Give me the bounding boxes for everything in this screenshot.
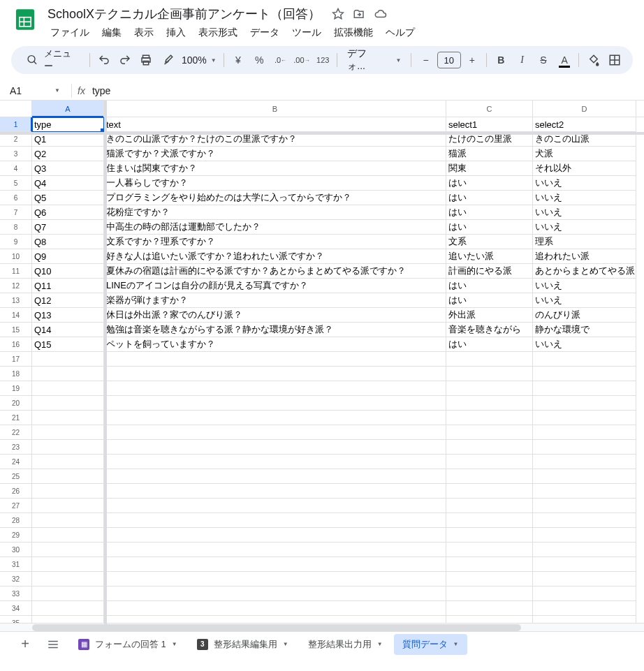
cell[interactable] xyxy=(32,587,104,601)
row-header[interactable]: 7 xyxy=(0,205,32,220)
cell[interactable]: Q13 xyxy=(32,308,104,323)
cell[interactable] xyxy=(533,469,636,484)
cell[interactable]: いいえ xyxy=(533,220,636,235)
document-title[interactable]: SchoolXテクニカル企画事前アンケート（回答） xyxy=(45,4,323,24)
cell[interactable] xyxy=(32,425,104,440)
cell[interactable] xyxy=(32,484,104,499)
print-button[interactable] xyxy=(136,50,156,71)
cell[interactable] xyxy=(446,543,533,557)
cell[interactable] xyxy=(446,455,533,469)
cell[interactable]: 理系 xyxy=(533,235,636,249)
cell[interactable] xyxy=(104,557,446,572)
cell[interactable] xyxy=(533,425,636,440)
cell[interactable]: 文系ですか？理系ですか？ xyxy=(104,235,446,249)
bold-button[interactable]: B xyxy=(491,50,511,71)
cell[interactable] xyxy=(533,455,636,469)
cell[interactable]: あとからまとめてやる派 xyxy=(533,264,636,279)
cell[interactable] xyxy=(104,587,446,601)
cell[interactable]: いいえ xyxy=(533,176,636,191)
cell[interactable] xyxy=(446,484,533,499)
cell[interactable]: いいえ xyxy=(533,191,636,205)
cell[interactable] xyxy=(104,352,446,367)
sheet-tab-3[interactable]: 質問データ▼ xyxy=(394,634,467,655)
cell[interactable]: Q14 xyxy=(32,323,104,337)
cell[interactable] xyxy=(446,440,533,455)
cloud-icon[interactable] xyxy=(374,8,388,20)
column-header-C[interactable]: C xyxy=(446,101,533,117)
cell[interactable]: 犬派 xyxy=(533,147,636,161)
row-header[interactable]: 27 xyxy=(0,499,32,513)
menu-search[interactable]: メニュー xyxy=(20,50,85,70)
cell[interactable]: 追われたい派 xyxy=(533,249,636,264)
cell[interactable] xyxy=(104,381,446,396)
decrease-font-button[interactable]: − xyxy=(416,50,435,71)
row-header[interactable]: 26 xyxy=(0,484,32,499)
cell[interactable] xyxy=(533,587,636,601)
cell[interactable]: 猫派ですか？犬派ですか？ xyxy=(104,147,446,161)
cell[interactable]: はい xyxy=(446,176,533,191)
cell[interactable]: 文系 xyxy=(446,235,533,249)
chevron-down-icon[interactable]: ▼ xyxy=(172,641,177,647)
cell[interactable] xyxy=(104,601,446,616)
freeze-bar-vertical[interactable] xyxy=(104,101,107,631)
currency-button[interactable]: ¥ xyxy=(228,50,248,71)
cell[interactable]: それ以外 xyxy=(533,161,636,176)
cell[interactable] xyxy=(533,557,636,572)
cell[interactable]: select2 xyxy=(533,117,636,132)
row-header[interactable]: 17 xyxy=(0,352,32,367)
cell[interactable] xyxy=(104,455,446,469)
move-icon[interactable] xyxy=(353,8,365,20)
cell[interactable]: Q12 xyxy=(32,293,104,308)
cell[interactable] xyxy=(446,572,533,587)
cell[interactable] xyxy=(32,499,104,513)
menu-3[interactable]: 挿入 xyxy=(161,24,191,42)
menu-7[interactable]: 拡張機能 xyxy=(328,24,379,42)
cell[interactable] xyxy=(533,484,636,499)
cell[interactable]: のんびり派 xyxy=(533,308,636,323)
italic-button[interactable]: I xyxy=(512,50,532,71)
cell[interactable]: 住まいは関東ですか？ xyxy=(104,161,446,176)
grid-body[interactable]: 1typetextselect1select22Q1きのこの山派ですか？たけのこ… xyxy=(0,117,644,623)
cell[interactable]: ペットを飼っていますか？ xyxy=(104,337,446,352)
cell[interactable] xyxy=(104,425,446,440)
cell[interactable] xyxy=(533,528,636,543)
cell[interactable]: Q6 xyxy=(32,205,104,220)
decrease-decimal-button[interactable]: .0← xyxy=(270,50,290,71)
cell[interactable] xyxy=(533,367,636,381)
paint-format-button[interactable] xyxy=(158,50,177,71)
cell[interactable] xyxy=(32,601,104,616)
redo-button[interactable] xyxy=(115,50,135,71)
horizontal-scrollbar[interactable] xyxy=(0,623,644,631)
cell[interactable]: select1 xyxy=(446,117,533,132)
cell[interactable]: 休日は外出派？家でのんびり派？ xyxy=(104,308,446,323)
menu-6[interactable]: ツール xyxy=(286,24,327,42)
cell[interactable] xyxy=(32,396,104,411)
cell[interactable] xyxy=(533,499,636,513)
cell[interactable] xyxy=(446,381,533,396)
cell[interactable] xyxy=(32,528,104,543)
cell[interactable] xyxy=(32,352,104,367)
menu-0[interactable]: ファイル xyxy=(45,24,95,42)
row-header[interactable]: 5 xyxy=(0,176,32,191)
cell[interactable]: type xyxy=(32,117,104,132)
cell[interactable]: Q5 xyxy=(32,191,104,205)
cell[interactable]: Q3 xyxy=(32,161,104,176)
row-header[interactable]: 18 xyxy=(0,367,32,381)
cell[interactable]: Q2 xyxy=(32,147,104,161)
column-header-B[interactable]: B xyxy=(104,101,446,117)
cell[interactable] xyxy=(446,557,533,572)
cell[interactable] xyxy=(446,352,533,367)
cell[interactable]: 追いたい派 xyxy=(446,249,533,264)
cell[interactable] xyxy=(533,601,636,616)
menu-5[interactable]: データ xyxy=(244,24,285,42)
cell[interactable]: Q10 xyxy=(32,264,104,279)
cell[interactable]: はい xyxy=(446,293,533,308)
cell[interactable]: Q9 xyxy=(32,249,104,264)
cell[interactable] xyxy=(32,455,104,469)
cell[interactable] xyxy=(533,381,636,396)
row-header[interactable]: 10 xyxy=(0,249,32,264)
sheet-tab-2[interactable]: 整形結果出力用▼ xyxy=(300,634,391,655)
cell[interactable] xyxy=(104,484,446,499)
spreadsheet-grid[interactable]: ABCD 1typetextselect1select22Q1きのこの山派ですか… xyxy=(0,101,644,631)
row-header[interactable]: 3 xyxy=(0,147,32,161)
